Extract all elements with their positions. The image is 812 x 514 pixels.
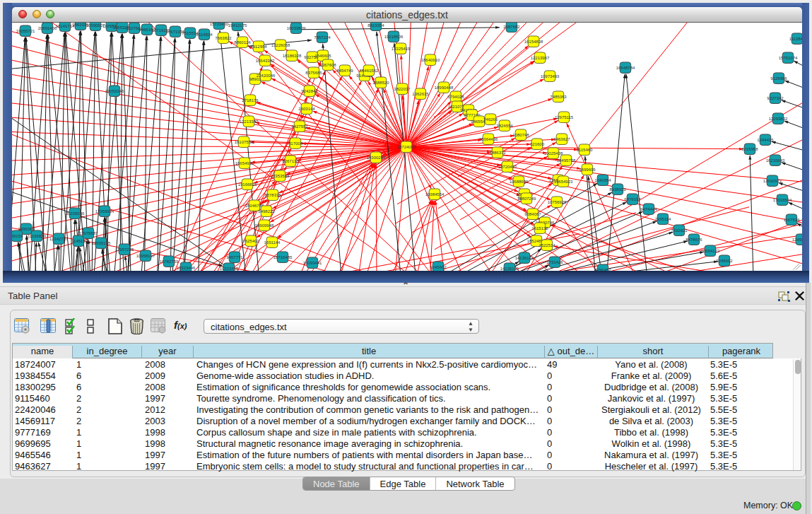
svg-text:12213967: 12213967 bbox=[531, 56, 550, 60]
svg-text:20364436: 20364436 bbox=[479, 137, 498, 141]
svg-text:9242843: 9242843 bbox=[301, 89, 318, 93]
svg-text:1733426: 1733426 bbox=[546, 260, 563, 264]
svg-text:12342737: 12342737 bbox=[49, 237, 69, 241]
svg-text:29053346: 29053346 bbox=[105, 89, 124, 93]
svg-text:16033809: 16033809 bbox=[287, 26, 306, 30]
svg-text:8478676: 8478676 bbox=[686, 238, 702, 242]
svg-text:15751074: 15751074 bbox=[779, 56, 798, 60]
svg-text:8860124: 8860124 bbox=[234, 40, 251, 45]
svg-text:9245662: 9245662 bbox=[430, 265, 447, 269]
svg-text:9129966: 9129966 bbox=[770, 76, 787, 81]
svg-text:12505195: 12505195 bbox=[92, 241, 111, 245]
svg-text:10025438: 10025438 bbox=[544, 151, 563, 156]
svg-text:1640954: 1640954 bbox=[594, 178, 611, 182]
svg-text:13975887: 13975887 bbox=[79, 231, 98, 235]
svg-text:16909948: 16909948 bbox=[255, 223, 274, 228]
svg-text:10688639: 10688639 bbox=[510, 180, 529, 184]
svg-text:8938923: 8938923 bbox=[609, 187, 626, 192]
svg-text:11156829: 11156829 bbox=[28, 234, 46, 238]
svg-text:1080748: 1080748 bbox=[512, 133, 529, 137]
svg-text:16648784: 16648784 bbox=[616, 66, 635, 70]
svg-text:1588520: 1588520 bbox=[372, 81, 389, 85]
svg-text:16093441: 16093441 bbox=[303, 261, 322, 265]
svg-text:13325419: 13325419 bbox=[392, 47, 411, 51]
svg-text:621600: 621600 bbox=[530, 142, 545, 146]
svg-text:9115460: 9115460 bbox=[577, 148, 594, 152]
svg-text:16154838: 16154838 bbox=[524, 40, 543, 44]
svg-text:8813054: 8813054 bbox=[367, 23, 384, 28]
svg-text:16461562: 16461562 bbox=[360, 69, 379, 73]
svg-text:1112849: 1112849 bbox=[789, 37, 802, 41]
svg-text:20206536: 20206536 bbox=[66, 211, 85, 216]
svg-text:114519: 114519 bbox=[71, 239, 86, 243]
svg-text:7485063: 7485063 bbox=[550, 95, 567, 99]
svg-text:7625402: 7625402 bbox=[242, 239, 259, 243]
svg-text:9084067: 9084067 bbox=[524, 212, 541, 216]
svg-text:2603144: 2603144 bbox=[298, 107, 315, 111]
svg-text:18300295: 18300295 bbox=[367, 156, 386, 160]
svg-text:1362615: 1362615 bbox=[412, 92, 429, 96]
svg-text:2718176: 2718176 bbox=[242, 98, 259, 103]
svg-text:19384554: 19384554 bbox=[425, 192, 445, 197]
svg-text:13692971: 13692971 bbox=[763, 179, 782, 183]
svg-text:7632621: 7632621 bbox=[671, 228, 688, 233]
svg-text:22420046: 22420046 bbox=[257, 74, 276, 78]
svg-text:746266: 746266 bbox=[483, 117, 498, 122]
svg-text:18640910: 18640910 bbox=[421, 58, 440, 62]
svg-text:1244415: 1244415 bbox=[757, 138, 774, 142]
svg-text:1546605: 1546605 bbox=[314, 54, 331, 58]
svg-text:16107553: 16107553 bbox=[235, 140, 254, 144]
svg-text:8454749: 8454749 bbox=[336, 69, 353, 73]
svg-text:18720407: 18720407 bbox=[498, 165, 517, 169]
svg-text:12353594: 12353594 bbox=[271, 174, 290, 178]
svg-text:16654932: 16654932 bbox=[235, 161, 254, 165]
svg-text:14136141: 14136141 bbox=[500, 267, 519, 271]
svg-text:2367608: 2367608 bbox=[319, 63, 336, 67]
svg-text:13226058: 13226058 bbox=[271, 43, 290, 47]
svg-text:19654923: 19654923 bbox=[554, 180, 573, 184]
svg-text:19055721: 19055721 bbox=[16, 29, 35, 33]
svg-text:8912954: 8912954 bbox=[250, 45, 267, 49]
svg-text:17359924: 17359924 bbox=[95, 209, 114, 214]
svg-text:1167534: 1167534 bbox=[784, 218, 801, 222]
svg-text:16543382: 16543382 bbox=[256, 59, 275, 63]
svg-text:9427552: 9427552 bbox=[291, 124, 308, 129]
svg-text:12450122: 12450122 bbox=[792, 238, 802, 242]
svg-text:8215958: 8215958 bbox=[741, 147, 758, 151]
svg-text:12923446: 12923446 bbox=[177, 266, 196, 270]
svg-text:19166825: 19166825 bbox=[238, 182, 257, 187]
svg-text:18807249: 18807249 bbox=[517, 197, 536, 201]
svg-text:10756928: 10756928 bbox=[548, 200, 567, 204]
svg-text:1691144: 1691144 bbox=[264, 240, 281, 245]
svg-text:39154: 39154 bbox=[12, 234, 23, 238]
svg-text:10973493: 10973493 bbox=[541, 74, 560, 78]
svg-text:8267130: 8267130 bbox=[282, 159, 299, 163]
svg-text:9474444: 9474444 bbox=[640, 207, 657, 211]
svg-text:6879197: 6879197 bbox=[624, 197, 641, 201]
svg-text:16782759: 16782759 bbox=[160, 259, 179, 264]
svg-text:9699695: 9699695 bbox=[579, 168, 596, 172]
svg-text:7857224: 7857224 bbox=[314, 35, 331, 40]
svg-text:9463627: 9463627 bbox=[553, 137, 570, 141]
svg-text:20691406: 20691406 bbox=[38, 26, 57, 30]
svg-text:2687682: 2687682 bbox=[503, 25, 520, 29]
svg-text:817004: 817004 bbox=[288, 141, 303, 146]
svg-text:7886372: 7886372 bbox=[489, 151, 506, 155]
svg-text:12093832: 12093832 bbox=[769, 117, 788, 121]
svg-text:3822037: 3822037 bbox=[394, 87, 411, 91]
svg-text:6794028: 6794028 bbox=[447, 95, 464, 99]
svg-text:14136141: 14136141 bbox=[515, 256, 534, 260]
svg-text:10958107: 10958107 bbox=[136, 254, 155, 258]
svg-text:10654122: 10654122 bbox=[701, 249, 720, 253]
svg-text:2522514: 2522514 bbox=[539, 243, 555, 247]
svg-text:8375685: 8375685 bbox=[305, 71, 322, 75]
svg-text:12975115: 12975115 bbox=[555, 115, 574, 119]
svg-text:15716485: 15716485 bbox=[273, 255, 293, 259]
svg-text:15723400: 15723400 bbox=[210, 23, 229, 26]
svg-text:3824554: 3824554 bbox=[496, 124, 513, 128]
svg-text:18495758: 18495758 bbox=[557, 158, 576, 163]
svg-text:19323455: 19323455 bbox=[220, 267, 239, 271]
svg-text:12213383: 12213383 bbox=[240, 119, 259, 124]
svg-text:5498222: 5498222 bbox=[258, 209, 275, 214]
svg-text:8796452: 8796452 bbox=[594, 268, 611, 271]
